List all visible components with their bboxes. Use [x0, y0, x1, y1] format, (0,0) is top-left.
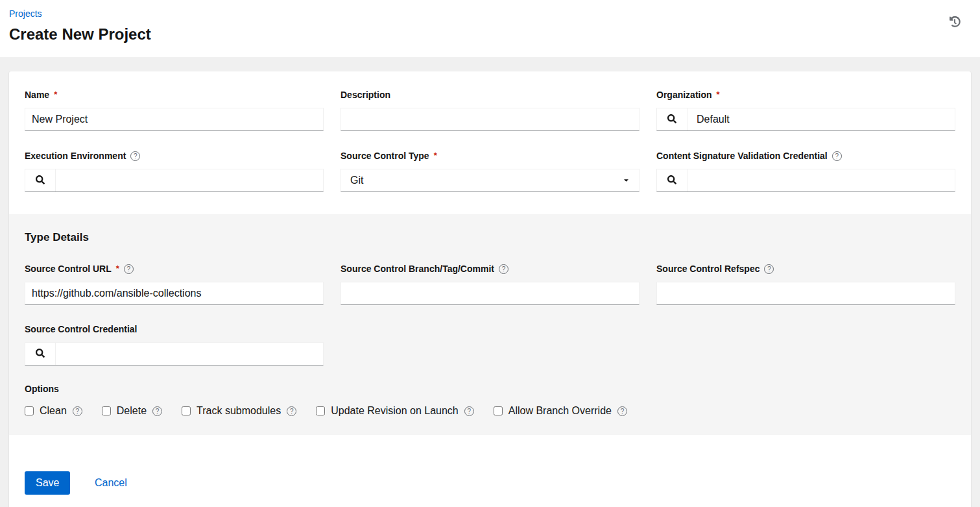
options-label: Options [25, 384, 955, 394]
help-icon[interactable]: ? [832, 151, 842, 161]
field-source-control-type: Source Control Type * Git [341, 151, 639, 192]
field-execution-environment: Execution Environment ? [25, 151, 324, 192]
cancel-button[interactable]: Cancel [95, 477, 127, 489]
required-asterisk: * [54, 90, 57, 99]
source-control-credential-value[interactable] [56, 343, 323, 365]
help-icon[interactable]: ? [152, 406, 162, 416]
content-signature-credential-label: Content Signature Validation Credential … [656, 151, 955, 161]
type-details-section: Type Details Source Control URL * ? Sour… [9, 214, 971, 435]
field-content-signature-credential: Content Signature Validation Credential … [656, 151, 955, 192]
source-control-refspec-label: Source Control Refspec ? [656, 264, 955, 274]
clean-checkbox[interactable] [25, 406, 34, 415]
option-allow-branch-override: Allow Branch Override ? [494, 405, 627, 417]
search-icon [36, 349, 45, 360]
content-signature-credential-lookup [656, 169, 955, 192]
main-fields-section: Name * Description Organization [9, 71, 971, 214]
content-signature-credential-search-button[interactable] [657, 169, 687, 192]
required-asterisk: * [116, 264, 119, 273]
execution-environment-lookup [25, 169, 324, 192]
activity-stream-button[interactable] [950, 16, 961, 27]
organization-label: Organization * [656, 90, 955, 100]
page-body: Name * Description Organization [0, 57, 980, 507]
help-icon[interactable]: ? [124, 264, 134, 274]
source-control-credential-search-button[interactable] [25, 343, 56, 365]
help-icon[interactable]: ? [130, 151, 140, 161]
option-clean: Clean ? [25, 405, 82, 417]
source-control-type-label: Source Control Type * [341, 151, 639, 161]
description-input[interactable] [341, 108, 639, 131]
help-icon[interactable]: ? [499, 264, 508, 274]
options-block: Options Clean ? Delete ? [25, 384, 955, 417]
option-track-submodules: Track submodules ? [182, 405, 296, 417]
organization-search-button[interactable] [657, 108, 687, 130]
delete-checkbox[interactable] [102, 406, 111, 415]
content-signature-credential-value[interactable] [687, 169, 955, 192]
save-button[interactable]: Save [25, 471, 70, 495]
type-details-heading: Type Details [25, 231, 955, 244]
create-project-form-card: Name * Description Organization [9, 71, 971, 507]
help-icon[interactable]: ? [617, 406, 627, 416]
field-name: Name * [25, 90, 324, 131]
source-control-branch-label: Source Control Branch/Tag/Commit ? [341, 264, 639, 274]
option-delete: Delete ? [102, 405, 162, 417]
execution-environment-search-button[interactable] [25, 169, 56, 192]
field-organization: Organization * Default [656, 90, 955, 131]
execution-environment-value[interactable] [56, 169, 323, 192]
organization-value[interactable]: Default [687, 108, 955, 130]
search-icon [667, 114, 676, 125]
name-label: Name * [25, 90, 324, 100]
help-icon[interactable]: ? [73, 406, 82, 416]
source-control-type-select[interactable]: Git [341, 169, 639, 192]
help-icon[interactable]: ? [287, 406, 296, 416]
source-control-credential-label: Source Control Credential [25, 324, 324, 334]
source-control-credential-lookup [25, 342, 324, 365]
help-icon[interactable]: ? [464, 406, 474, 416]
breadcrumb-link-projects[interactable]: Projects [9, 8, 42, 19]
search-icon [667, 175, 676, 186]
description-label: Description [341, 90, 639, 100]
required-asterisk: * [434, 151, 437, 160]
help-icon[interactable]: ? [764, 264, 774, 274]
name-input[interactable] [25, 108, 324, 131]
source-control-branch-input[interactable] [341, 282, 639, 305]
options-row: Clean ? Delete ? Track submodules ? [25, 405, 955, 417]
option-update-revision-on-launch: Update Revision on Launch ? [316, 405, 474, 417]
source-control-url-input[interactable] [25, 282, 324, 305]
breadcrumb: Projects [9, 8, 971, 19]
source-control-refspec-input[interactable] [656, 282, 955, 305]
page-title: Create New Project [9, 25, 971, 43]
execution-environment-label: Execution Environment ? [25, 151, 324, 161]
page-header: Projects Create New Project [0, 0, 980, 57]
organization-lookup: Default [656, 108, 955, 131]
allow-branch-override-checkbox[interactable] [494, 406, 503, 415]
field-source-control-url: Source Control URL * ? [25, 264, 324, 305]
field-source-control-credential: Source Control Credential [25, 324, 324, 365]
required-asterisk: * [717, 90, 720, 99]
search-icon [36, 175, 45, 186]
update-revision-on-launch-checkbox[interactable] [316, 406, 325, 415]
source-control-url-label: Source Control URL * ? [25, 264, 324, 274]
field-description: Description [341, 90, 639, 131]
form-actions-section: Save Cancel [9, 435, 971, 507]
field-source-control-branch: Source Control Branch/Tag/Commit ? [341, 264, 639, 305]
history-icon [950, 19, 961, 29]
caret-down-icon [623, 175, 630, 186]
track-submodules-checkbox[interactable] [182, 406, 191, 415]
source-control-type-value: Git [350, 175, 363, 186]
field-source-control-refspec: Source Control Refspec ? [656, 264, 955, 305]
